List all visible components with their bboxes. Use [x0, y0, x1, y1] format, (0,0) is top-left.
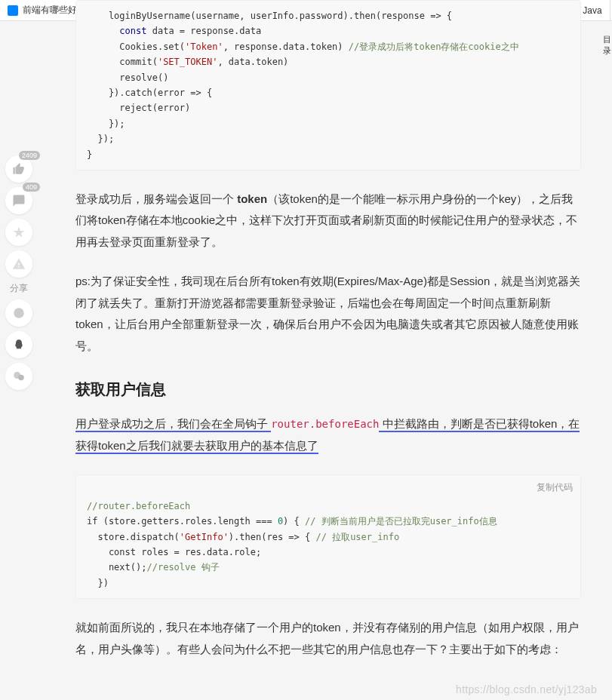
code-comment: // 判断当前用户是否已拉取完user_info信息 — [305, 516, 497, 527]
star-icon — [12, 226, 26, 239]
svg-point-0 — [14, 308, 24, 318]
comment-icon — [12, 194, 26, 207]
table-of-contents: 目录 — [603, 34, 612, 57]
code-line: store.dispatch( — [87, 532, 180, 542]
text-underlined: 用户登录成功之后，我们会在全局钩子 — [75, 417, 271, 432]
paragraph-ps: ps:为了保证安全性，我司现在后台所有token有效期(Expires/Max-… — [75, 271, 581, 357]
weibo-button[interactable] — [5, 299, 32, 327]
paragraph-why: 就如前面所说的，我只在本地存储了一个用户的token，并没有存储别的用户信息（如… — [75, 617, 581, 660]
code-line: ) { — [283, 516, 305, 527]
watermark: https://blog.csdn.net/yj123ab — [456, 683, 597, 695]
svg-point-2 — [18, 375, 24, 381]
like-button[interactable]: 2409 — [5, 155, 32, 183]
paragraph-beforeeach: 用户登录成功之后，我们会在全局钩子 router.beforeEach 中拦截路… — [75, 413, 581, 456]
code-line: ).then(res => { — [229, 532, 316, 542]
warn-button[interactable] — [5, 250, 32, 278]
code-comment: // 拉取user_info — [315, 532, 399, 542]
wechat-button[interactable] — [5, 363, 32, 390]
wechat-icon — [12, 370, 26, 383]
code-block-beforeeach: 复制代码 //router.beforeEach if (store.gette… — [75, 474, 581, 599]
qq-button[interactable] — [5, 331, 32, 358]
paragraph-token: 登录成功后，服务端会返回一个 token（该token的是一个能唯一标示用户身份… — [75, 189, 581, 253]
warning-icon — [12, 257, 26, 271]
comment-button[interactable]: 409 — [5, 187, 32, 214]
share-sidebar: 2409 409 分享 — [0, 151, 38, 395]
code-line: const roles = res.data.role; — [87, 547, 261, 557]
article-content: loginByUsername(username, userInfo.passw… — [75, 0, 581, 678]
thumbs-up-icon — [12, 162, 26, 176]
code-line: if (store.getters.roles.length === — [87, 516, 278, 527]
code-line: //router.beforeEach — [87, 501, 190, 511]
copy-code-button[interactable]: 复制代码 — [537, 480, 573, 495]
code-str: 'GetInfo' — [180, 532, 229, 542]
like-count-badge: 2409 — [19, 151, 40, 160]
code-block-login: loginByUsername(username, userInfo.passw… — [75, 0, 581, 170]
qq-icon — [13, 339, 25, 351]
code-line: }) — [87, 578, 109, 588]
heading-get-user-info: 获取用户信息 — [75, 379, 581, 400]
code-line: next(); — [87, 562, 146, 573]
text: 登录成功后，服务端会返回一个 — [75, 192, 237, 205]
code-comment: //resolve 钩子 — [146, 562, 219, 573]
weibo-icon — [12, 306, 26, 320]
star-button[interactable] — [5, 219, 32, 246]
token-bold: token — [237, 192, 267, 205]
share-label: 分享 — [0, 282, 38, 295]
tab-label: Java — [583, 5, 601, 16]
favicon-icon — [8, 5, 18, 16]
comment-count-badge: 409 — [23, 183, 40, 192]
inline-code: router.beforeEach — [271, 418, 379, 430]
